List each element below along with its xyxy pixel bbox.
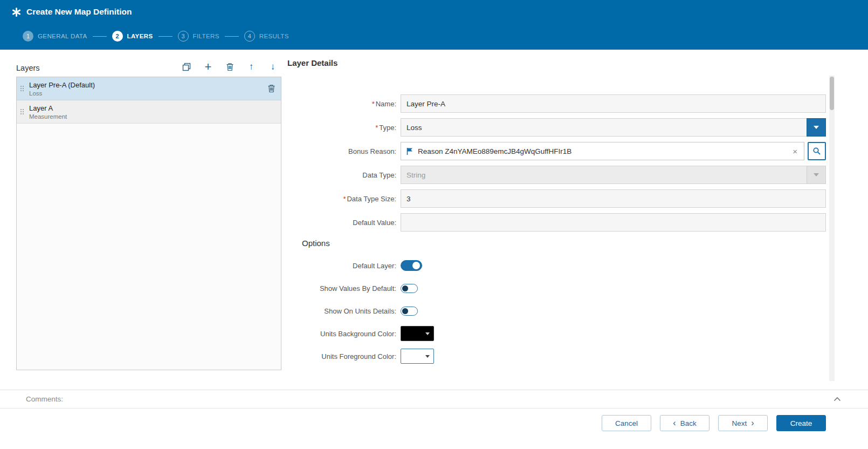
comments-section: Comments: <box>0 390 868 409</box>
chevron-down-icon <box>814 173 819 176</box>
bonus-reason-value: Reason Z4nYAMEo889emcJB4gWqGuffHFIr1B <box>418 147 787 155</box>
step-general-data[interactable]: 1 GENERAL DATA <box>23 31 87 42</box>
data-type-dropdown-button <box>807 166 826 184</box>
options-section-title: Options <box>302 239 826 248</box>
chevron-down-icon <box>425 355 430 358</box>
vertical-scrollbar[interactable] <box>829 76 835 381</box>
data-type-field-row: Data Type: <box>287 163 826 187</box>
chevron-up-icon <box>833 397 841 402</box>
cancel-button[interactable]: Cancel <box>602 415 651 431</box>
drag-handle-icon[interactable] <box>19 109 25 114</box>
chevron-left-icon: ‹ <box>673 419 676 427</box>
name-label: * Name: <box>287 100 396 108</box>
units-background-color-row: Units Background Color: <box>287 322 826 345</box>
layers-panel-title: Layers <box>16 64 40 72</box>
arrow-down-icon: ↓ <box>271 62 275 72</box>
layers-panel-header: Layers + <box>16 58 281 72</box>
titlebar: Create New Map Definition <box>0 0 868 17</box>
units-foreground-color-row: Units Foreground Color: <box>287 345 826 368</box>
layer-details-form: * Name: * Type: Bonus <box>287 92 826 234</box>
search-icon <box>812 147 821 155</box>
step-connector <box>93 36 107 37</box>
bonus-reason-lookup: Reason Z4nYAMEo889emcJB4gWqGuffHFIr1B × <box>401 142 826 160</box>
next-button[interactable]: Next › <box>718 415 768 431</box>
type-field-row: * Type: <box>287 115 826 139</box>
step-connector <box>225 36 239 37</box>
data-type-label: Data Type: <box>287 171 396 179</box>
units-background-color-label: Units Background Color: <box>287 330 396 338</box>
toggle-knob <box>412 262 420 269</box>
layer-list-item-selected[interactable]: Layer Pre-A (Default) Loss <box>17 77 281 100</box>
show-on-units-details-toggle[interactable] <box>401 307 418 316</box>
chevron-down-icon <box>425 332 430 335</box>
required-asterisk: * <box>343 195 346 203</box>
toggle-knob <box>402 285 408 291</box>
layer-details-panel: Layer Details * Name: * Type: <box>287 58 826 368</box>
delete-layer-button[interactable] <box>224 62 235 72</box>
duplicate-layer-button[interactable] <box>181 62 192 72</box>
step-layers[interactable]: 2 LAYERS <box>112 31 153 42</box>
trash-icon <box>226 63 234 71</box>
bonus-reason-field-row: Bonus Reason: Reason Z4nYAMEo889emcJB4gW… <box>287 139 826 163</box>
options-section: Default Layer: Show Values By Default: S… <box>287 254 826 368</box>
step-label: FILTERS <box>193 33 219 39</box>
units-background-color-picker[interactable] <box>401 326 434 341</box>
data-type-size-field-row: * Data Type Size: <box>287 187 826 210</box>
move-layer-up-button[interactable]: ↑ <box>246 62 257 72</box>
bonus-reason-input[interactable]: Reason Z4nYAMEo889emcJB4gWqGuffHFIr1B × <box>401 142 804 160</box>
collapse-comments-button[interactable] <box>833 397 841 402</box>
layers-panel: Layers + <box>16 58 281 370</box>
data-type-size-label: * Data Type Size: <box>287 195 396 203</box>
flag-icon <box>407 147 414 155</box>
default-value-label: Default Value: <box>287 219 396 227</box>
data-type-select <box>401 166 807 184</box>
arrow-up-icon: ↑ <box>249 62 254 72</box>
chevron-right-icon: › <box>751 419 754 427</box>
required-asterisk: * <box>375 124 378 132</box>
layer-item-title: Layer Pre-A (Default) <box>29 81 95 89</box>
step-filters[interactable]: 3 FILTERS <box>178 31 219 42</box>
default-value-field-row: Default Value: <box>287 210 826 234</box>
toggle-knob <box>402 308 408 314</box>
scrollbar-thumb[interactable] <box>830 77 834 110</box>
data-type-combobox <box>401 166 826 184</box>
copy-icon <box>182 63 191 71</box>
trash-icon <box>267 84 275 93</box>
type-dropdown-button[interactable] <box>807 118 826 137</box>
name-field-row: * Name: <box>287 92 826 115</box>
layers-list: Layer Pre-A (Default) Loss <box>16 77 281 370</box>
data-type-size-input[interactable] <box>401 189 826 208</box>
create-button[interactable]: Create <box>776 415 826 431</box>
layer-item-text: Layer Pre-A (Default) Loss <box>29 81 95 97</box>
layer-item-subtitle: Loss <box>29 90 95 97</box>
dialog-title: Create New Map Definition <box>26 7 132 17</box>
add-layer-button[interactable]: + <box>203 62 213 72</box>
step-label: LAYERS <box>127 33 153 39</box>
name-input[interactable] <box>401 94 826 113</box>
units-foreground-color-picker[interactable] <box>401 349 434 364</box>
layer-item-subtitle: Measurement <box>29 113 67 120</box>
bonus-reason-search-button[interactable] <box>808 142 826 160</box>
layer-details-title: Layer Details <box>287 58 826 69</box>
asterisk-icon <box>12 8 21 17</box>
move-layer-down-button[interactable]: ↓ <box>267 62 278 72</box>
delete-layer-item-button[interactable] <box>267 84 275 93</box>
step-connector <box>159 36 173 37</box>
create-new-map-definition-dialog: Create New Map Definition 1 GENERAL DATA… <box>0 0 868 449</box>
clear-icon[interactable]: × <box>791 147 798 156</box>
default-value-input[interactable] <box>401 213 826 232</box>
default-layer-toggle[interactable] <box>401 260 422 271</box>
required-asterisk: * <box>372 100 375 108</box>
comments-label: Comments: <box>26 395 63 403</box>
layers-toolbar: + ↑ ↓ <box>181 62 281 72</box>
step-label: RESULTS <box>259 33 289 39</box>
step-results[interactable]: 4 RESULTS <box>244 31 289 42</box>
show-values-by-default-toggle[interactable] <box>401 284 418 293</box>
back-button[interactable]: ‹ Back <box>660 415 709 431</box>
chevron-down-icon <box>814 126 819 129</box>
layer-item-text: Layer A Measurement <box>29 104 67 120</box>
layer-list-item[interactable]: Layer A Measurement <box>17 100 281 124</box>
layer-item-title: Layer A <box>29 104 67 112</box>
drag-handle-icon[interactable] <box>19 86 25 91</box>
type-select[interactable] <box>401 118 807 137</box>
